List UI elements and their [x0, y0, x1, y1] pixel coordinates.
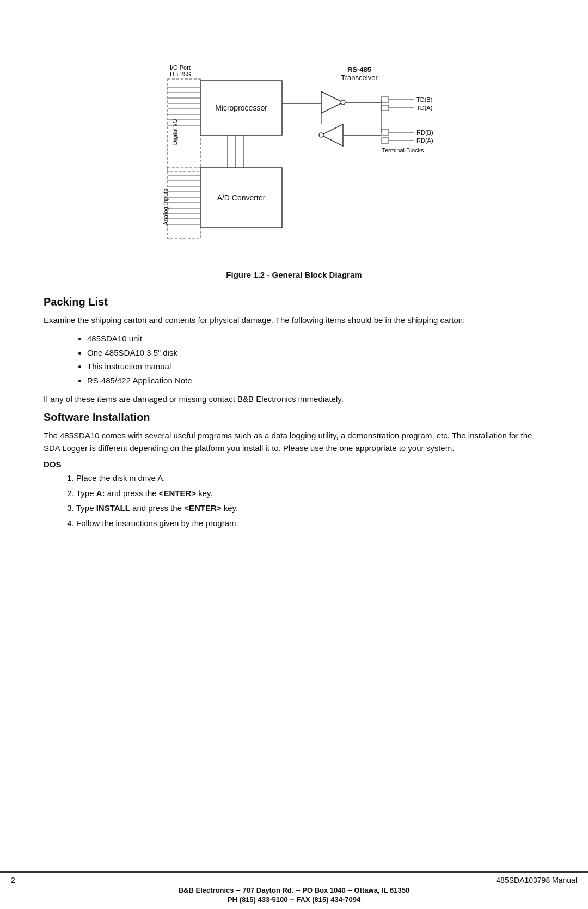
manual-name: 485SDA103798 Manual [496, 876, 577, 884]
svg-text:A/D Converter: A/D Converter [217, 193, 266, 202]
page-number: 2 [11, 876, 15, 884]
packing-list-closing: If any of these items are damaged or mis… [44, 393, 544, 405]
svg-rect-44 [381, 105, 389, 111]
step-4: Follow the instructions given by the pro… [76, 516, 544, 530]
svg-text:RD(B): RD(B) [416, 129, 433, 136]
list-item: One 485SDA10 3.5” disk [87, 346, 544, 360]
footer-row3: PH (815) 433-5100 -- FAX (815) 434-7094 [11, 895, 577, 904]
packing-list-body: Examine the shipping carton and contents… [44, 314, 544, 326]
svg-text:Digital I/O: Digital I/O [171, 118, 178, 145]
svg-text:TD(A): TD(A) [416, 105, 432, 111]
svg-rect-19 [168, 168, 200, 239]
list-item: RS-485/422 Application Note [87, 374, 544, 388]
packing-list-title: Packing List [44, 296, 544, 308]
svg-point-37 [341, 100, 345, 105]
svg-text:TD(B): TD(B) [416, 96, 432, 103]
packing-list-intro: Examine the shipping carton and contents… [44, 314, 544, 326]
figure-caption: Figure 1.2 - General Block Diagram [44, 270, 544, 279]
software-steps: Place the disk in drive A. Type A: and p… [44, 471, 544, 530]
svg-text:Transceiver: Transceiver [341, 74, 378, 82]
footer-row2: B&B Electronics -- 707 Dayton Rd. -- PO … [11, 886, 577, 894]
step-2: Type A: and press the <ENTER> key. [76, 486, 544, 501]
svg-rect-41 [381, 97, 389, 102]
packing-closing-text: If any of these items are damaged or mis… [44, 393, 544, 405]
svg-point-38 [319, 133, 323, 137]
svg-marker-35 [321, 91, 343, 113]
software-intro: The 485SDA10 comes with several useful p… [44, 429, 544, 455]
page-footer: 2 485SDA103798 Manual B&B Electronics --… [0, 871, 588, 909]
svg-rect-47 [381, 130, 389, 135]
svg-text:Terminal Blocks: Terminal Blocks [382, 147, 424, 154]
footer-row1: 2 485SDA103798 Manual [11, 876, 577, 884]
svg-text:RD(A): RD(A) [416, 137, 433, 144]
dos-label: DOS [44, 460, 544, 469]
step-1: Place the disk in drive A. [76, 471, 544, 485]
software-installation-title: Software Installation [44, 411, 544, 424]
diagram-container: I/O Port DB-25S Digital I/O Microprocess… [44, 33, 544, 264]
svg-text:I/O Port: I/O Port [170, 64, 191, 71]
step-3: Type INSTALL and press the <ENTER> key. [76, 501, 544, 515]
svg-text:RS-485: RS-485 [347, 65, 371, 74]
diagram-svg: I/O Port DB-25S Digital I/O Microprocess… [109, 33, 479, 264]
svg-text:DB-25S: DB-25S [170, 71, 191, 77]
list-item: This instruction manual [87, 359, 544, 374]
packing-list-items: 485SDA10 unit One 485SDA10 3.5” disk Thi… [44, 332, 544, 387]
svg-text:Microprocessor: Microprocessor [215, 103, 267, 112]
list-item: 485SDA10 unit [87, 332, 544, 346]
page-content: I/O Port DB-25S Digital I/O Microprocess… [0, 0, 588, 871]
software-installation-body: The 485SDA10 comes with several useful p… [44, 429, 544, 455]
svg-rect-50 [381, 138, 389, 143]
svg-marker-36 [321, 124, 343, 146]
